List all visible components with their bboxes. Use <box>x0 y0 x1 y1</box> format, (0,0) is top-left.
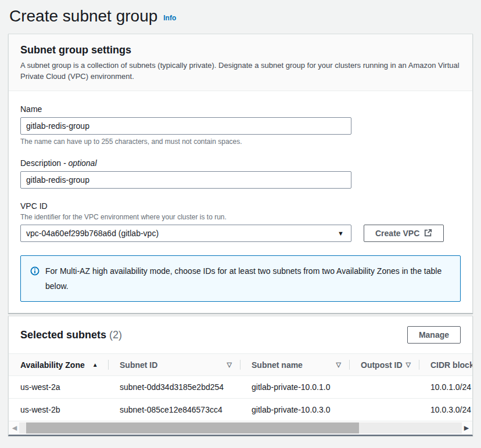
alert-message: For Multi-AZ high availability mode, cho… <box>45 263 451 294</box>
description-label: Description - optional <box>20 158 461 168</box>
cell-cidr-block: 10.0.3.0/24 <box>419 399 472 421</box>
table-row[interactable]: us-west-2a subnet-0dd34d3185e2bd254 gitl… <box>9 376 472 399</box>
name-field-group: Name The name can have up to 255 charact… <box>20 104 461 146</box>
cell-subnet-name: gitlab-private-10.0.1.0 <box>240 376 349 398</box>
column-header-outpost-id[interactable]: Outpost ID ▽ <box>349 354 419 375</box>
cell-subnet-id: subnet-085ce12e846573cc4 <box>108 399 240 421</box>
column-header-availability-zone[interactable]: Availability Zone ▲ <box>9 354 108 375</box>
sortable-icon: ▽ <box>227 361 232 368</box>
cell-subnet-name: gitlab-private-10.0.3.0 <box>240 399 349 421</box>
settings-card-description: A subnet group is a collection of subnet… <box>20 60 461 82</box>
column-header-subnet-id[interactable]: Subnet ID ▽ <box>108 354 240 375</box>
subnet-group-settings-card: Subnet group settings A subnet group is … <box>8 34 473 313</box>
cell-outpost-id <box>349 376 419 398</box>
scroll-right-arrow-icon[interactable]: ▶ <box>462 421 471 435</box>
horizontal-scrollbar[interactable]: ◀ ▶ <box>9 421 472 435</box>
vpc-field-group: VPC ID The identifier for the VPC enviro… <box>20 201 461 242</box>
vpc-row: vpc-04a60ef299b768a6d (gitlab-vpc) ▼ Cre… <box>20 225 461 242</box>
cell-cidr-block: 10.0.1.0/24 <box>419 376 472 398</box>
scroll-left-arrow-icon[interactable]: ◀ <box>10 421 19 435</box>
subnet-count-badge: (2) <box>109 329 122 341</box>
table-row[interactable]: us-west-2b subnet-085ce12e846573cc4 gitl… <box>9 399 472 421</box>
cell-availability-zone: us-west-2b <box>9 399 108 421</box>
cell-outpost-id <box>349 399 419 421</box>
name-help-text: The name can have up to 255 characters, … <box>20 138 461 146</box>
optional-suffix: - optional <box>63 158 97 168</box>
cell-availability-zone: us-west-2a <box>9 376 108 398</box>
page-title: Create subnet group <box>9 7 157 26</box>
selected-subnets-header: Selected subnets(2) Manage <box>9 316 472 353</box>
sortable-icon: ▽ <box>336 361 341 368</box>
external-link-icon <box>424 229 432 239</box>
name-input[interactable] <box>20 117 351 135</box>
manage-button[interactable]: Manage <box>407 326 461 344</box>
create-vpc-button[interactable]: Create VPC <box>364 225 444 242</box>
selected-subnets-card: Selected subnets(2) Manage Availability … <box>8 316 473 436</box>
scrollbar-thumb[interactable] <box>26 422 359 433</box>
settings-card-title: Subnet group settings <box>20 44 461 56</box>
vpc-id-label: VPC ID <box>20 201 461 211</box>
settings-card-header: Subnet group settings A subnet group is … <box>9 34 472 91</box>
table-header-row: Availability Zone ▲ Subnet ID ▽ Subnet n… <box>9 353 472 376</box>
column-header-cidr-block[interactable]: CIDR block <box>419 354 472 375</box>
chevron-down-icon: ▼ <box>338 230 344 237</box>
sortable-icon: ▽ <box>406 361 411 368</box>
description-input[interactable] <box>20 171 351 189</box>
cell-subnet-id: subnet-0dd34d3185e2bd254 <box>108 376 240 398</box>
column-header-subnet-name[interactable]: Subnet name ▽ <box>240 354 349 375</box>
selected-subnets-title: Selected subnets(2) <box>20 329 122 341</box>
info-link[interactable]: Info <box>163 14 176 22</box>
multi-az-info-alert: For Multi-AZ high availability mode, cho… <box>20 255 461 302</box>
info-circle-icon <box>30 266 40 277</box>
scrollbar-track[interactable] <box>19 422 462 433</box>
sort-ascending-icon: ▲ <box>92 362 98 368</box>
description-field-group: Description - optional <box>20 158 461 189</box>
vpc-id-selected-value: vpc-04a60ef299b768a6d (gitlab-vpc) <box>26 229 159 238</box>
settings-form: Name The name can have up to 255 charact… <box>9 91 472 313</box>
vpc-id-help-text: The identifier for the VPC environment w… <box>20 213 461 221</box>
vpc-id-select[interactable]: vpc-04a60ef299b768a6d (gitlab-vpc) ▼ <box>20 225 351 242</box>
name-label: Name <box>20 104 461 114</box>
subnets-table: Availability Zone ▲ Subnet ID ▽ Subnet n… <box>9 353 472 421</box>
page-header: Create subnet group Info <box>0 0 481 34</box>
